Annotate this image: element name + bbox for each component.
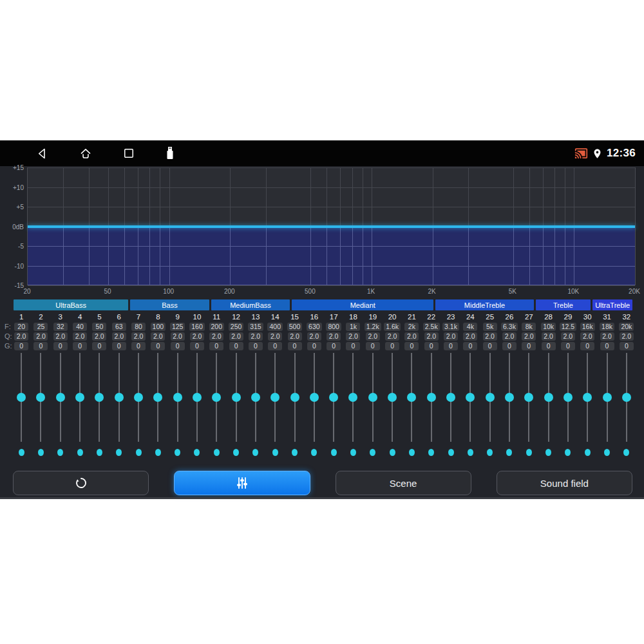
q-value: 2.0: [561, 332, 575, 341]
reset-button[interactable]: [13, 471, 149, 495]
slider-thumb[interactable]: [329, 393, 338, 402]
gain-slider[interactable]: [90, 353, 109, 442]
slider-thumb[interactable]: [348, 393, 357, 402]
channel-number: 2: [39, 312, 43, 321]
y-tick-label: +10: [0, 184, 24, 191]
gain-slider[interactable]: [558, 353, 578, 442]
channel-column: 91252.00: [168, 312, 187, 350]
gain-slider[interactable]: [246, 353, 265, 442]
gain-slider[interactable]: [402, 353, 421, 442]
f-value: 50: [92, 323, 106, 331]
x-tick-label: 50: [104, 288, 111, 295]
slider-thumb[interactable]: [583, 393, 592, 402]
slider-thumb[interactable]: [524, 393, 533, 402]
slider-thumb[interactable]: [368, 393, 377, 402]
slider-thumb[interactable]: [153, 393, 162, 402]
grid-vline-light: [352, 227, 353, 286]
slider-thumb[interactable]: [193, 393, 202, 402]
gain-slider[interactable]: [226, 353, 245, 442]
slider-thumb[interactable]: [446, 393, 455, 402]
gain-slider[interactable]: [538, 353, 558, 442]
gain-slider[interactable]: [578, 353, 597, 442]
gain-slider[interactable]: [168, 353, 187, 442]
channel-number: 3: [59, 312, 62, 321]
slider-thumb[interactable]: [564, 393, 573, 402]
gain-slider[interactable]: [31, 353, 50, 442]
slider-thumb[interactable]: [212, 393, 221, 402]
recents-icon[interactable]: [122, 147, 135, 160]
indicator-dot: [409, 449, 415, 456]
slider-thumb[interactable]: [17, 393, 26, 402]
band-group-label: MiddleTreble: [435, 299, 533, 310]
slider-thumb[interactable]: [251, 393, 260, 402]
indicator-dot: [526, 449, 532, 456]
scene-button[interactable]: Scene: [336, 471, 471, 495]
slider-thumb[interactable]: [270, 393, 279, 402]
slider-thumb[interactable]: [486, 393, 495, 402]
channel-column: 166302.00: [305, 312, 324, 350]
f-value: 200: [209, 323, 225, 331]
f-value: 1.2k: [365, 323, 381, 331]
gain-slider[interactable]: [129, 353, 148, 442]
gain-slider[interactable]: [187, 353, 207, 442]
f-value: 12.5: [560, 323, 576, 331]
gain-slider[interactable]: [207, 353, 226, 442]
equalizer-button[interactable]: [174, 471, 310, 495]
gain-slider[interactable]: [51, 353, 70, 442]
gain-slider[interactable]: [519, 353, 538, 442]
gain-slider[interactable]: [597, 353, 616, 442]
gain-slider[interactable]: [500, 353, 519, 442]
channel-number: 26: [506, 312, 514, 321]
gain-slider[interactable]: [363, 353, 383, 442]
gain-slider[interactable]: [12, 353, 31, 442]
grid-vline-light: [310, 227, 311, 286]
sound-field-button[interactable]: Sound field: [497, 471, 632, 495]
y-tick-label: -15: [0, 282, 24, 289]
gain-slider[interactable]: [617, 353, 636, 442]
gain-slider[interactable]: [480, 353, 500, 442]
slider-thumb[interactable]: [232, 393, 241, 402]
gain-slider[interactable]: [441, 353, 460, 442]
slider-thumb[interactable]: [95, 393, 104, 402]
indicator-dot: [623, 449, 629, 456]
slider-thumb[interactable]: [56, 393, 65, 402]
q-value: 2.0: [92, 332, 106, 341]
g-value: 0: [620, 342, 634, 350]
channel-column: 191.2k2.00: [363, 312, 383, 350]
slider-thumb[interactable]: [466, 393, 475, 402]
gain-slider[interactable]: [305, 353, 324, 442]
home-icon[interactable]: [79, 147, 93, 160]
slider-thumb[interactable]: [310, 393, 319, 402]
gain-slider[interactable]: [70, 353, 90, 442]
channel-number: 31: [603, 312, 611, 321]
grid-vline-light: [513, 227, 514, 286]
gain-slider[interactable]: [324, 353, 343, 442]
gain-slider[interactable]: [460, 353, 480, 442]
gain-slider[interactable]: [148, 353, 167, 442]
gain-slider[interactable]: [383, 353, 402, 442]
grid-vline-light: [574, 227, 574, 286]
slider-thumb[interactable]: [603, 393, 612, 402]
gain-slider[interactable]: [422, 353, 441, 442]
slider-thumb[interactable]: [36, 393, 45, 402]
slider-thumb[interactable]: [173, 393, 182, 402]
slider-thumb[interactable]: [290, 393, 299, 402]
q-row-label: Q:: [5, 332, 12, 341]
slider-thumb[interactable]: [115, 393, 124, 402]
slider-thumb[interactable]: [544, 393, 553, 402]
gain-slider[interactable]: [265, 353, 285, 442]
gain-slider[interactable]: [109, 353, 129, 442]
slider-thumb[interactable]: [75, 393, 84, 402]
gain-slider[interactable]: [285, 353, 304, 442]
slider-thumb[interactable]: [622, 393, 631, 402]
back-icon[interactable]: [35, 147, 49, 160]
slider-thumb[interactable]: [427, 393, 436, 402]
q-value: 2.0: [73, 332, 87, 341]
f-value: 1.6k: [384, 323, 401, 331]
slider-thumb[interactable]: [407, 393, 416, 402]
slider-thumb[interactable]: [388, 393, 397, 402]
gain-slider[interactable]: [343, 353, 363, 442]
f-value: 32: [53, 323, 68, 331]
slider-thumb[interactable]: [134, 393, 143, 402]
slider-thumb[interactable]: [505, 393, 514, 402]
